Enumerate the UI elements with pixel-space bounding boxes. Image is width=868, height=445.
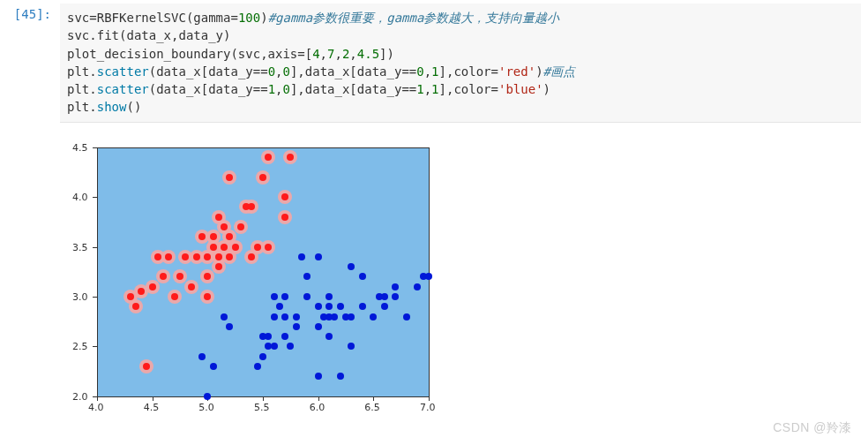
- scatter-point-blue: [271, 343, 278, 350]
- code-line-5: plt.scatter(data_x[data_y==1,0],data_x[d…: [67, 80, 854, 98]
- scatter-point-red: [127, 293, 134, 300]
- scatter-point-red: [226, 174, 233, 181]
- scatter-point-red: [210, 233, 217, 240]
- scatter-point-red: [281, 214, 288, 221]
- scatter-point-blue: [348, 313, 355, 321]
- x-tick-label: 4.0: [88, 402, 104, 413]
- scatter-point-blue: [293, 323, 300, 330]
- scatter-point-blue: [337, 373, 344, 380]
- y-tick-label: 2.0: [72, 391, 92, 403]
- scatter-point-red: [265, 244, 272, 251]
- x-tick: [263, 396, 264, 401]
- scatter-point-red: [215, 253, 222, 260]
- scatter-point-red: [237, 223, 244, 230]
- x-tick-label: 4.5: [144, 402, 160, 413]
- scatter-point-red: [193, 253, 200, 260]
- y-tick: [93, 147, 97, 148]
- scatter-point-blue: [370, 313, 377, 321]
- x-tick-label: 5.5: [254, 402, 270, 413]
- scatter-point-blue: [403, 313, 410, 321]
- scatter-point-blue: [315, 253, 322, 260]
- scatter-point-red: [210, 244, 217, 251]
- code-cell: [45]: svc=RBFKernelSVC(gamma=100)#gamma参…: [0, 0, 868, 133]
- scatter-point-blue: [198, 353, 206, 360]
- scatter-point-red: [215, 214, 222, 221]
- code-line-1: svc=RBFKernelSVC(gamma=100)#gamma参数很重要，g…: [67, 9, 854, 26]
- watermark: CSDN @羚漆: [773, 420, 852, 436]
- code-line-4: plt.scatter(data_x[data_y==0,0],data_x[d…: [67, 63, 854, 80]
- scatter-point-red: [259, 174, 266, 181]
- x-tick-label: 5.0: [198, 402, 214, 413]
- x-tick: [429, 396, 430, 401]
- y-tick: [93, 247, 97, 248]
- scatter-point-blue: [281, 293, 288, 300]
- scatter-point-blue: [254, 363, 261, 370]
- scatter-point-blue: [425, 273, 432, 280]
- axis-spine: [429, 147, 430, 396]
- code-line-6: plt.show(): [67, 98, 854, 116]
- y-tick: [93, 297, 97, 298]
- y-tick: [93, 197, 97, 198]
- plot-output: 4.04.55.05.56.06.57.02.02.53.03.54.04.5: [60, 139, 439, 421]
- y-tick-label: 2.5: [72, 341, 92, 352]
- axis-spine: [97, 147, 429, 148]
- scatter-point-blue: [298, 253, 305, 260]
- y-tick-label: 4.5: [72, 142, 92, 154]
- x-tick-label: 6.5: [364, 402, 380, 413]
- x-tick: [97, 396, 98, 401]
- x-tick: [318, 396, 319, 401]
- axis-spine: [97, 147, 98, 396]
- scatter-point-blue: [315, 373, 322, 380]
- code-line-2: svc.fit(data_x,data_y): [67, 26, 854, 44]
- scatter-point-blue: [315, 323, 322, 330]
- scatter-point-red: [254, 244, 261, 251]
- code-input[interactable]: svc=RBFKernelSVC(gamma=100)#gamma参数很重要，g…: [60, 4, 861, 123]
- y-tick-label: 4.0: [72, 192, 92, 203]
- scatter-point-blue: [204, 393, 211, 400]
- y-tick: [93, 396, 97, 397]
- x-tick-label: 6.0: [310, 402, 326, 413]
- scatter-point-red: [154, 253, 161, 260]
- code-line-3: plot_decision_boundary(svc,axis=[4,7,2,4…: [67, 45, 854, 63]
- scatter-point-blue: [259, 353, 266, 360]
- scatter-point-blue: [221, 313, 228, 321]
- scatter-point-blue: [271, 313, 278, 321]
- scatter-point-blue: [315, 303, 322, 310]
- scatter-point-blue: [281, 313, 288, 321]
- scatter-point-red: [171, 293, 178, 300]
- scatter-point-red: [232, 244, 239, 251]
- scatter-point-blue: [271, 293, 278, 300]
- scatter-point-red: [215, 263, 222, 270]
- scatter-point-red: [221, 244, 228, 251]
- scatter-point-blue: [337, 303, 344, 310]
- scatter-point-blue: [331, 313, 338, 321]
- x-tick-label: 7.0: [420, 402, 436, 413]
- scatter-point-blue: [381, 293, 388, 300]
- y-tick-label: 3.0: [72, 291, 92, 303]
- cell-prompt: [45]:: [7, 4, 60, 21]
- scatter-point-red: [149, 283, 156, 290]
- x-tick: [373, 396, 374, 401]
- y-tick: [93, 346, 97, 347]
- y-tick-label: 3.5: [72, 242, 92, 253]
- scatter-point-red: [188, 283, 195, 290]
- scatter-point-blue: [210, 363, 217, 370]
- scatter-point-blue: [293, 313, 300, 321]
- x-tick: [153, 396, 153, 401]
